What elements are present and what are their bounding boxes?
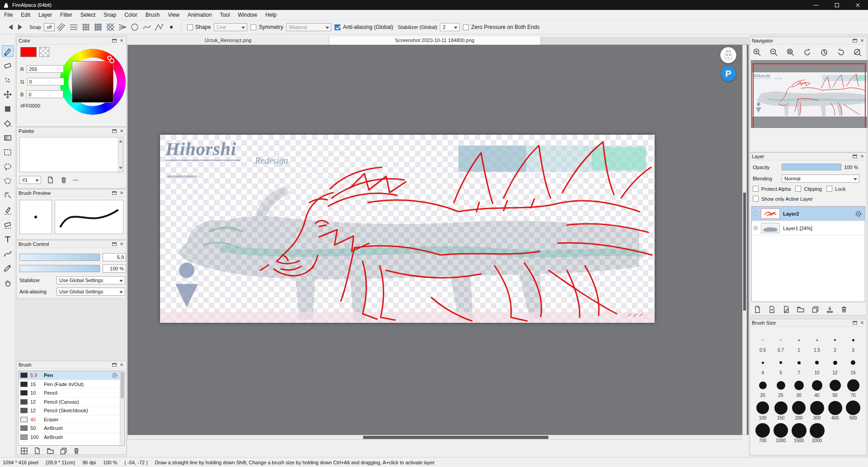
rotate-cw-icon[interactable]	[835, 47, 846, 57]
reset-rotation-icon[interactable]	[819, 47, 830, 57]
clipping-checkbox[interactable]	[795, 186, 801, 192]
tab-screenshot[interactable]: Screenshot 2023-10-11 184800.png	[329, 37, 541, 45]
menu-layer[interactable]: Layer	[34, 12, 56, 18]
show-only-active-checkbox[interactable]	[753, 196, 759, 202]
add-layer-alt-icon[interactable]	[767, 305, 776, 313]
brush-size-option[interactable]: 5	[772, 354, 790, 376]
menu-filter[interactable]: Filter	[56, 12, 76, 18]
snap-crosshatch-icon[interactable]	[105, 22, 116, 32]
tool-eraser[interactable]	[2, 60, 14, 71]
snap-polyline-icon[interactable]	[154, 22, 165, 32]
minimize-button[interactable]	[806, 0, 826, 10]
brush-size-option[interactable]: 400	[826, 400, 844, 421]
tool-fill[interactable]	[2, 103, 14, 115]
lock-checkbox[interactable]	[826, 186, 832, 192]
layer-panel-header[interactable]: Layer ×	[750, 153, 867, 160]
maximize-button[interactable]	[826, 0, 847, 10]
layer-visibility-toggle[interactable]	[754, 212, 758, 216]
transparent-color-swatch[interactable]	[39, 47, 49, 57]
menu-edit[interactable]: Edit	[17, 12, 34, 18]
palette-list[interactable]	[19, 137, 123, 172]
shape-checkbox[interactable]	[187, 24, 193, 30]
tool-move[interactable]	[2, 89, 14, 100]
hex-value[interactable]: #FF0000	[20, 103, 40, 108]
tool-magic-wand[interactable]	[2, 190, 14, 202]
brush-row-eraser[interactable]: 40 Eraser	[19, 415, 124, 425]
brush-size-option[interactable]: 0.5	[754, 332, 772, 354]
menu-snap[interactable]: Snap	[99, 12, 120, 18]
brush-opacity-value[interactable]: 100 %	[103, 264, 126, 273]
tool-select-eraser[interactable]	[2, 219, 14, 231]
horizontal-scrollbar[interactable]	[127, 435, 741, 440]
snap-grid-icon[interactable]	[80, 22, 91, 32]
palette-slot-select[interactable]: #1	[19, 176, 41, 184]
float-panel-icon[interactable]	[112, 129, 117, 133]
color-panel-header[interactable]: Color ×	[17, 37, 126, 45]
tool-select-rect[interactable]	[2, 146, 14, 158]
close-panel-icon[interactable]: ×	[119, 363, 124, 367]
scrollbar-thumb[interactable]	[363, 436, 548, 439]
brush-row-pen[interactable]: 5.9 Pen	[19, 371, 124, 380]
alpaca-avatar-button[interactable]	[720, 47, 736, 63]
brush-size-option[interactable]: 3	[844, 332, 862, 354]
float-panel-icon[interactable]	[853, 39, 857, 42]
add-palette-icon[interactable]	[46, 176, 55, 184]
layer-folder-icon[interactable]	[796, 305, 805, 313]
layer-row-layer2[interactable]: Layer2	[752, 207, 865, 221]
brush-size-option[interactable]: 25	[772, 377, 790, 399]
brush-size-option[interactable]: 150	[772, 400, 790, 421]
p-badge-button[interactable]: P	[721, 66, 736, 81]
float-panel-icon[interactable]	[853, 155, 857, 158]
layer-visibility-toggle[interactable]	[754, 226, 758, 230]
menu-select[interactable]: Select	[76, 12, 99, 18]
menu-view[interactable]: View	[164, 12, 184, 18]
delete-layer-icon[interactable]	[840, 305, 849, 313]
menu-window[interactable]: Window	[234, 12, 261, 18]
zoom-out-icon[interactable]	[769, 47, 779, 57]
layer-property-icon[interactable]	[782, 305, 791, 313]
brush-size-option[interactable]: 1500	[790, 422, 808, 444]
stabilizer-global-select[interactable]: 2	[440, 23, 460, 31]
brush-preview-header[interactable]: Brush Preview ×	[17, 189, 126, 197]
brush-row-pencil-sketchbook[interactable]: 12 Pencil (Sketchbook)	[19, 406, 124, 415]
red-input[interactable]: 255	[27, 65, 64, 73]
tool-bucket[interactable]	[2, 118, 14, 129]
blending-select[interactable]: Normal	[782, 175, 859, 183]
delete-brush-icon[interactable]	[72, 447, 81, 455]
tool-hand[interactable]	[2, 277, 14, 288]
symmetry-select[interactable]: Bilateral	[286, 23, 331, 31]
brush-size-slider[interactable]	[19, 254, 100, 261]
brush-size-option[interactable]: 20	[754, 377, 772, 399]
snap-point-icon[interactable]	[166, 22, 177, 32]
brush-size-value[interactable]: 5.9	[103, 253, 126, 261]
brush-size-option[interactable]: 40	[808, 377, 826, 399]
brush-size-option[interactable]: 200	[790, 400, 808, 421]
brush-size-option[interactable]: 100	[754, 400, 772, 421]
menu-color[interactable]: Color	[120, 12, 142, 18]
disable-rotate-icon[interactable]	[852, 47, 863, 57]
snap-vanishing-point-icon[interactable]	[117, 22, 128, 32]
navigator-header[interactable]: Navigator ×	[750, 37, 867, 45]
vertical-scrollbar[interactable]	[742, 45, 747, 435]
zoom-in-icon[interactable]	[752, 47, 763, 57]
green-input[interactable]: 0	[27, 78, 64, 85]
symmetry-checkbox[interactable]	[250, 24, 256, 30]
palette-scrollbar[interactable]	[118, 137, 123, 172]
brush-size-header[interactable]: Brush Size ×	[750, 319, 867, 327]
saturation-value-box[interactable]	[72, 61, 113, 103]
snap-parallel-icon[interactable]	[56, 22, 67, 32]
menu-tool[interactable]: Tool	[216, 12, 234, 18]
brush-size-option[interactable]: 4	[754, 354, 772, 376]
float-panel-icon[interactable]	[112, 191, 117, 195]
brush-size-option[interactable]: 700	[754, 422, 772, 444]
brush-size-option[interactable]: 12	[826, 354, 844, 376]
rotate-ccw-icon[interactable]	[802, 47, 813, 57]
brush-size-option[interactable]: 1000	[772, 422, 790, 444]
tool-smudge[interactable]	[2, 74, 14, 86]
close-panel-icon[interactable]: ×	[119, 242, 124, 246]
sv-marker[interactable]	[109, 58, 114, 63]
brush-panel-header[interactable]: Brush ×	[17, 361, 126, 369]
snap-curve-icon[interactable]	[142, 22, 152, 32]
add-brush-icon[interactable]	[33, 447, 42, 455]
navigator-view-rect[interactable]	[753, 63, 866, 128]
